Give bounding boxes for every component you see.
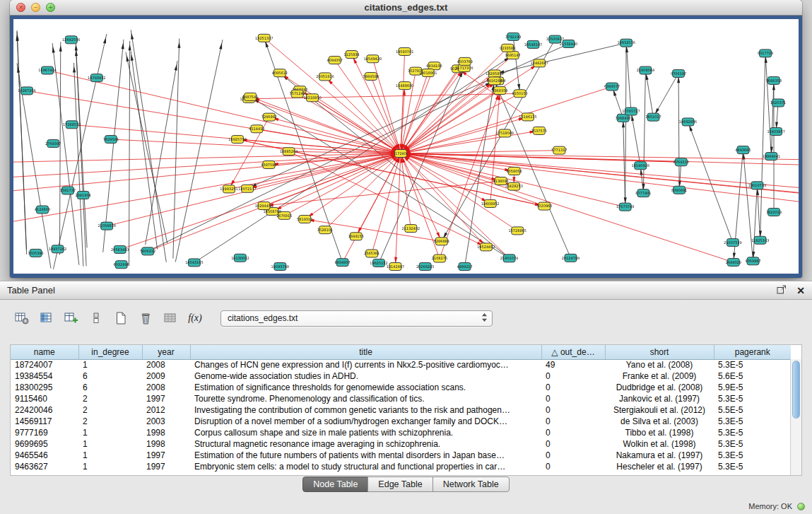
import-table-button[interactable]	[161, 309, 180, 327]
table-row[interactable]: 1938455462009Genome-wide association stu…	[11, 370, 791, 382]
column-header-name[interactable]: name	[11, 345, 78, 359]
cell-short[interactable]: Stergiakouli et al. (2012)	[605, 404, 714, 416]
cell-name[interactable]: 9115460	[11, 393, 78, 404]
cell-pagerank[interactable]: 5.3E-5	[714, 427, 791, 438]
cell-year[interactable]: 2009	[142, 370, 190, 382]
cell-short[interactable]: Yano et al. (2008)	[605, 359, 714, 370]
cell-in_degree[interactable]: 1	[78, 438, 142, 450]
table-row[interactable]: 946362711997Embryonic stem cells: a mode…	[11, 461, 791, 472]
cell-title[interactable]: Changes of HCN gene expression and I(f) …	[190, 359, 541, 370]
cell-short[interactable]: Tibbo et al. (1998)	[605, 427, 714, 438]
cell-title[interactable]: Estimation of the future numbers of pati…	[190, 450, 541, 461]
cell-year[interactable]: 2008	[142, 359, 190, 370]
table-source-select[interactable]: citations_edges.txt	[220, 310, 493, 327]
cell-title[interactable]: Embryonic stem cells: a model to study s…	[190, 461, 541, 472]
cell-title[interactable]: Estimation of significance thresholds fo…	[190, 382, 541, 393]
cell-short[interactable]: Wolkin et al. (1998)	[605, 438, 714, 450]
cell-short[interactable]: Franke et al. (2009)	[605, 370, 714, 382]
cell-in_degree[interactable]: 6	[78, 370, 142, 382]
function-builder-button[interactable]: f(x)	[186, 309, 204, 327]
cell-in_degree[interactable]: 2	[78, 393, 142, 404]
cell-name[interactable]: 18724007	[11, 359, 78, 370]
cell-in_degree[interactable]: 1	[78, 427, 142, 438]
cell-pagerank[interactable]: 5.3E-5	[714, 438, 791, 450]
cell-year[interactable]: 1997	[142, 393, 190, 404]
cell-year[interactable]: 1997	[142, 450, 190, 461]
table-options-button[interactable]	[13, 309, 31, 327]
network-canvas[interactable]	[13, 19, 799, 274]
cell-name[interactable]: 9465546	[11, 450, 78, 461]
cell-year[interactable]: 1998	[142, 438, 190, 450]
tab-network-table[interactable]: Network Table	[433, 477, 510, 492]
cell-pagerank[interactable]: 5.3E-5	[714, 461, 791, 472]
minimize-window-button[interactable]	[31, 3, 40, 12]
column-header-short[interactable]: short	[605, 345, 714, 359]
column-header-title[interactable]: title	[190, 345, 541, 359]
close-panel-icon[interactable]: ✕	[796, 286, 805, 296]
cell-pagerank[interactable]: 5.3E-5	[714, 416, 791, 427]
column-header-year[interactable]: year	[142, 345, 190, 359]
cell-short[interactable]: de Silva et al. (2003)	[605, 416, 714, 427]
table-row[interactable]: 977716911998Corpus callosum shape and si…	[11, 427, 791, 438]
cell-pagerank[interactable]: 5.3E-5	[714, 393, 791, 404]
cell-pagerank[interactable]: 5.3E-5	[714, 450, 791, 461]
cell-year[interactable]: 2008	[142, 382, 190, 393]
delete-table-button[interactable]	[136, 309, 155, 327]
close-window-button[interactable]	[16, 3, 25, 12]
cell-out_degree[interactable]: 0	[541, 370, 605, 382]
cell-out_degree[interactable]: 0	[541, 393, 605, 404]
cell-name[interactable]: 19384554	[11, 370, 78, 382]
cell-short[interactable]: Hescheler et al. (1997)	[605, 461, 714, 472]
table-row[interactable]: 911546021997Tourette syndrome. Phenomeno…	[11, 393, 791, 404]
cell-in_degree[interactable]: 1	[78, 461, 142, 472]
network-window-titlebar[interactable]: citations_edges.txt	[10, 0, 802, 16]
table-row[interactable]: 946554611997Estimation of the future num…	[11, 450, 791, 461]
cell-out_degree[interactable]: 0	[541, 438, 605, 450]
show-columns-button[interactable]	[37, 309, 56, 327]
cell-in_degree[interactable]: 6	[78, 382, 142, 393]
new-table-button[interactable]	[112, 309, 130, 327]
cell-short[interactable]: Dudbridge et al. (2008)	[605, 382, 714, 393]
table-row[interactable]: 1456911722003Disruption of a novel membe…	[11, 416, 791, 427]
cell-name[interactable]: 14569117	[11, 416, 78, 427]
cell-out_degree[interactable]: 0	[541, 427, 605, 438]
cell-short[interactable]: Nakamura et al. (1997)	[605, 450, 714, 461]
cell-year[interactable]: 1998	[142, 427, 190, 438]
cell-title[interactable]: Disruption of a novel member of a sodium…	[190, 416, 541, 427]
cell-out_degree[interactable]: 49	[541, 359, 605, 370]
cell-title[interactable]: Genome-wide association studies in ADHD.	[190, 370, 541, 382]
table-row[interactable]: 1872400712008Changes of HCN gene express…	[11, 359, 791, 370]
cell-title[interactable]: Corpus callosum shape and size in male p…	[190, 427, 541, 438]
cell-out_degree[interactable]: 0	[541, 404, 605, 416]
cell-pagerank[interactable]: 5.3E-5	[714, 359, 791, 370]
cell-name[interactable]: 9463627	[11, 461, 78, 472]
tab-node-table[interactable]: Node Table	[302, 477, 368, 492]
table-row[interactable]: 969969511998Structural magnetic resonanc…	[11, 438, 791, 450]
table-row[interactable]: 1830029562008Estimation of significance …	[11, 382, 791, 393]
cell-year[interactable]: 1997	[142, 461, 190, 472]
cell-short[interactable]: Jankovic et al. (1997)	[605, 393, 714, 404]
cell-name[interactable]: 9777169	[11, 427, 78, 438]
cell-pagerank[interactable]: 5.6E-5	[714, 370, 791, 382]
column-header-out_degree[interactable]: △ out_de…	[541, 345, 605, 359]
memory-status-indicator[interactable]	[797, 503, 805, 510]
cell-out_degree[interactable]: 0	[541, 450, 605, 461]
vertical-scrollbar[interactable]	[790, 359, 801, 475]
cell-out_degree[interactable]: 0	[541, 461, 605, 472]
new-column-button[interactable]	[62, 309, 81, 327]
cell-pagerank[interactable]: 5.5E-5	[714, 404, 791, 416]
cell-out_degree[interactable]: 0	[541, 382, 605, 393]
cell-in_degree[interactable]: 2	[78, 404, 142, 416]
tab-edge-table[interactable]: Edge Table	[367, 477, 433, 492]
cell-name[interactable]: 9699695	[11, 438, 78, 450]
float-panel-icon[interactable]	[777, 284, 787, 297]
cell-year[interactable]: 2012	[142, 404, 190, 416]
table-row[interactable]: 2242004622012Investigating the contribut…	[11, 404, 791, 416]
cell-in_degree[interactable]: 1	[78, 450, 142, 461]
cell-title[interactable]: Investigating the contribution of common…	[190, 404, 541, 416]
cell-name[interactable]: 18300295	[11, 382, 78, 393]
cell-name[interactable]: 22420046	[11, 404, 78, 416]
scrollbar-thumb[interactable]	[792, 361, 800, 419]
cell-title[interactable]: Tourette syndrome. Phenomenology and cla…	[190, 393, 541, 404]
cell-in_degree[interactable]: 2	[78, 416, 142, 427]
